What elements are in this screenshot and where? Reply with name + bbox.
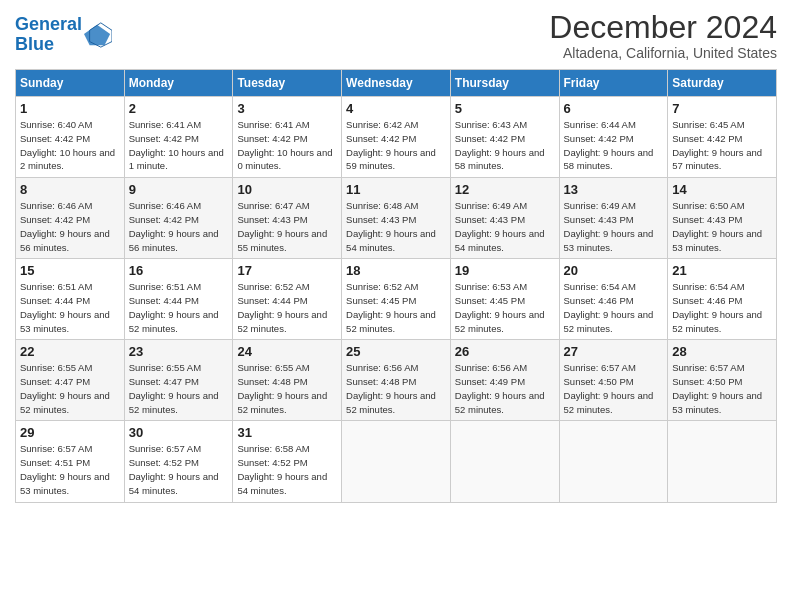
day-number: 27 [564,344,664,359]
calendar-cell: 18Sunrise: 6:52 AMSunset: 4:45 PMDayligh… [342,259,451,340]
cell-info: Sunrise: 6:45 AMSunset: 4:42 PMDaylight:… [672,118,772,173]
calendar-cell: 25Sunrise: 6:56 AMSunset: 4:48 PMDayligh… [342,340,451,421]
calendar-cell: 13Sunrise: 6:49 AMSunset: 4:43 PMDayligh… [559,178,668,259]
day-number: 6 [564,101,664,116]
cell-info: Sunrise: 6:56 AMSunset: 4:49 PMDaylight:… [455,361,555,416]
logo-line2: Blue [15,34,54,54]
calendar-cell: 22Sunrise: 6:55 AMSunset: 4:47 PMDayligh… [16,340,125,421]
col-header-thursday: Thursday [450,70,559,97]
cell-info: Sunrise: 6:41 AMSunset: 4:42 PMDaylight:… [237,118,337,173]
calendar-cell: 28Sunrise: 6:57 AMSunset: 4:50 PMDayligh… [668,340,777,421]
day-number: 22 [20,344,120,359]
day-number: 19 [455,263,555,278]
cell-info: Sunrise: 6:41 AMSunset: 4:42 PMDaylight:… [129,118,229,173]
subtitle: Altadena, California, United States [549,45,777,61]
svg-marker-0 [84,25,110,46]
calendar-cell: 1Sunrise: 6:40 AMSunset: 4:42 PMDaylight… [16,97,125,178]
calendar-cell: 7Sunrise: 6:45 AMSunset: 4:42 PMDaylight… [668,97,777,178]
calendar-week-2: 8Sunrise: 6:46 AMSunset: 4:42 PMDaylight… [16,178,777,259]
cell-info: Sunrise: 6:48 AMSunset: 4:43 PMDaylight:… [346,199,446,254]
calendar-cell [559,421,668,502]
cell-info: Sunrise: 6:49 AMSunset: 4:43 PMDaylight:… [564,199,664,254]
cell-info: Sunrise: 6:54 AMSunset: 4:46 PMDaylight:… [672,280,772,335]
calendar-cell: 6Sunrise: 6:44 AMSunset: 4:42 PMDaylight… [559,97,668,178]
calendar-cell: 29Sunrise: 6:57 AMSunset: 4:51 PMDayligh… [16,421,125,502]
calendar-week-5: 29Sunrise: 6:57 AMSunset: 4:51 PMDayligh… [16,421,777,502]
cell-info: Sunrise: 6:53 AMSunset: 4:45 PMDaylight:… [455,280,555,335]
cell-info: Sunrise: 6:42 AMSunset: 4:42 PMDaylight:… [346,118,446,173]
calendar-cell: 17Sunrise: 6:52 AMSunset: 4:44 PMDayligh… [233,259,342,340]
day-number: 29 [20,425,120,440]
day-number: 25 [346,344,446,359]
day-number: 1 [20,101,120,116]
cell-info: Sunrise: 6:57 AMSunset: 4:51 PMDaylight:… [20,442,120,497]
cell-info: Sunrise: 6:51 AMSunset: 4:44 PMDaylight:… [20,280,120,335]
day-number: 14 [672,182,772,197]
cell-info: Sunrise: 6:57 AMSunset: 4:50 PMDaylight:… [564,361,664,416]
calendar-week-4: 22Sunrise: 6:55 AMSunset: 4:47 PMDayligh… [16,340,777,421]
calendar-cell [342,421,451,502]
calendar-cell: 12Sunrise: 6:49 AMSunset: 4:43 PMDayligh… [450,178,559,259]
calendar-cell: 20Sunrise: 6:54 AMSunset: 4:46 PMDayligh… [559,259,668,340]
calendar-cell: 21Sunrise: 6:54 AMSunset: 4:46 PMDayligh… [668,259,777,340]
cell-info: Sunrise: 6:43 AMSunset: 4:42 PMDaylight:… [455,118,555,173]
calendar-cell: 24Sunrise: 6:55 AMSunset: 4:48 PMDayligh… [233,340,342,421]
calendar-table: SundayMondayTuesdayWednesdayThursdayFrid… [15,69,777,502]
day-number: 5 [455,101,555,116]
day-number: 23 [129,344,229,359]
header: General Blue December 2024 Altadena, Cal… [15,10,777,61]
calendar-cell: 3Sunrise: 6:41 AMSunset: 4:42 PMDaylight… [233,97,342,178]
cell-info: Sunrise: 6:55 AMSunset: 4:47 PMDaylight:… [129,361,229,416]
day-number: 26 [455,344,555,359]
cell-info: Sunrise: 6:50 AMSunset: 4:43 PMDaylight:… [672,199,772,254]
main-title: December 2024 [549,10,777,45]
cell-info: Sunrise: 6:47 AMSunset: 4:43 PMDaylight:… [237,199,337,254]
day-number: 21 [672,263,772,278]
day-number: 2 [129,101,229,116]
day-number: 7 [672,101,772,116]
day-number: 15 [20,263,120,278]
cell-info: Sunrise: 6:49 AMSunset: 4:43 PMDaylight:… [455,199,555,254]
day-number: 4 [346,101,446,116]
calendar-cell: 23Sunrise: 6:55 AMSunset: 4:47 PMDayligh… [124,340,233,421]
day-number: 17 [237,263,337,278]
header-row: SundayMondayTuesdayWednesdayThursdayFrid… [16,70,777,97]
day-number: 30 [129,425,229,440]
col-header-wednesday: Wednesday [342,70,451,97]
cell-info: Sunrise: 6:56 AMSunset: 4:48 PMDaylight:… [346,361,446,416]
col-header-friday: Friday [559,70,668,97]
day-number: 20 [564,263,664,278]
logo-line1: General [15,14,82,34]
logo: General Blue [15,15,112,55]
calendar-cell: 31Sunrise: 6:58 AMSunset: 4:52 PMDayligh… [233,421,342,502]
day-number: 13 [564,182,664,197]
calendar-week-1: 1Sunrise: 6:40 AMSunset: 4:42 PMDaylight… [16,97,777,178]
calendar-cell: 4Sunrise: 6:42 AMSunset: 4:42 PMDaylight… [342,97,451,178]
calendar-cell: 2Sunrise: 6:41 AMSunset: 4:42 PMDaylight… [124,97,233,178]
calendar-cell: 5Sunrise: 6:43 AMSunset: 4:42 PMDaylight… [450,97,559,178]
calendar-week-3: 15Sunrise: 6:51 AMSunset: 4:44 PMDayligh… [16,259,777,340]
calendar-cell: 9Sunrise: 6:46 AMSunset: 4:42 PMDaylight… [124,178,233,259]
cell-info: Sunrise: 6:52 AMSunset: 4:44 PMDaylight:… [237,280,337,335]
calendar-cell: 16Sunrise: 6:51 AMSunset: 4:44 PMDayligh… [124,259,233,340]
calendar-cell: 10Sunrise: 6:47 AMSunset: 4:43 PMDayligh… [233,178,342,259]
cell-info: Sunrise: 6:46 AMSunset: 4:42 PMDaylight:… [20,199,120,254]
day-number: 24 [237,344,337,359]
day-number: 11 [346,182,446,197]
col-header-saturday: Saturday [668,70,777,97]
day-number: 28 [672,344,772,359]
day-number: 18 [346,263,446,278]
calendar-cell [450,421,559,502]
cell-info: Sunrise: 6:57 AMSunset: 4:50 PMDaylight:… [672,361,772,416]
calendar-cell: 15Sunrise: 6:51 AMSunset: 4:44 PMDayligh… [16,259,125,340]
day-number: 16 [129,263,229,278]
title-block: December 2024 Altadena, California, Unit… [549,10,777,61]
day-number: 9 [129,182,229,197]
calendar-cell: 14Sunrise: 6:50 AMSunset: 4:43 PMDayligh… [668,178,777,259]
calendar-cell: 19Sunrise: 6:53 AMSunset: 4:45 PMDayligh… [450,259,559,340]
cell-info: Sunrise: 6:51 AMSunset: 4:44 PMDaylight:… [129,280,229,335]
col-header-monday: Monday [124,70,233,97]
day-number: 12 [455,182,555,197]
cell-info: Sunrise: 6:44 AMSunset: 4:42 PMDaylight:… [564,118,664,173]
day-number: 8 [20,182,120,197]
